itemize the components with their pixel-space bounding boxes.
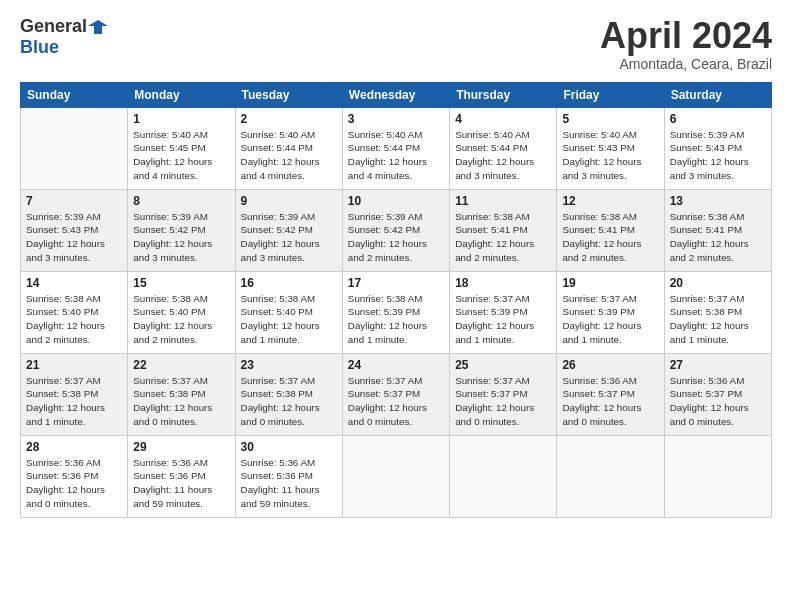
day-number: 19	[562, 276, 658, 290]
day-info: Sunrise: 5:39 AMSunset: 5:42 PMDaylight:…	[241, 210, 337, 265]
day-number: 26	[562, 358, 658, 372]
table-row: 16Sunrise: 5:38 AMSunset: 5:40 PMDayligh…	[235, 271, 342, 353]
day-number: 23	[241, 358, 337, 372]
calendar-week-row: 1Sunrise: 5:40 AMSunset: 5:45 PMDaylight…	[21, 107, 772, 189]
day-number: 30	[241, 440, 337, 454]
logo-general-text: General	[20, 16, 87, 37]
calendar-table: Sunday Monday Tuesday Wednesday Thursday…	[20, 82, 772, 518]
header-monday: Monday	[128, 82, 235, 107]
day-info: Sunrise: 5:37 AMSunset: 5:39 PMDaylight:…	[562, 292, 658, 347]
calendar-week-row: 28Sunrise: 5:36 AMSunset: 5:36 PMDayligh…	[21, 435, 772, 517]
day-info: Sunrise: 5:38 AMSunset: 5:41 PMDaylight:…	[670, 210, 766, 265]
day-info: Sunrise: 5:36 AMSunset: 5:37 PMDaylight:…	[670, 374, 766, 429]
day-number: 29	[133, 440, 229, 454]
day-info: Sunrise: 5:37 AMSunset: 5:38 PMDaylight:…	[241, 374, 337, 429]
logo: General Blue	[20, 16, 108, 58]
day-number: 4	[455, 112, 551, 126]
calendar-subtitle: Amontada, Ceara, Brazil	[600, 56, 772, 72]
calendar-title: April 2024	[600, 16, 772, 56]
day-info: Sunrise: 5:36 AMSunset: 5:36 PMDaylight:…	[133, 456, 229, 511]
day-number: 10	[348, 194, 444, 208]
table-row: 13Sunrise: 5:38 AMSunset: 5:41 PMDayligh…	[664, 189, 771, 271]
table-row: 20Sunrise: 5:37 AMSunset: 5:38 PMDayligh…	[664, 271, 771, 353]
header-sunday: Sunday	[21, 82, 128, 107]
table-row: 26Sunrise: 5:36 AMSunset: 5:37 PMDayligh…	[557, 353, 664, 435]
day-info: Sunrise: 5:40 AMSunset: 5:45 PMDaylight:…	[133, 128, 229, 183]
table-row: 7Sunrise: 5:39 AMSunset: 5:43 PMDaylight…	[21, 189, 128, 271]
header-wednesday: Wednesday	[342, 82, 449, 107]
day-info: Sunrise: 5:37 AMSunset: 5:37 PMDaylight:…	[348, 374, 444, 429]
table-row: 8Sunrise: 5:39 AMSunset: 5:42 PMDaylight…	[128, 189, 235, 271]
day-info: Sunrise: 5:40 AMSunset: 5:44 PMDaylight:…	[241, 128, 337, 183]
table-row: 22Sunrise: 5:37 AMSunset: 5:38 PMDayligh…	[128, 353, 235, 435]
day-number: 5	[562, 112, 658, 126]
day-info: Sunrise: 5:40 AMSunset: 5:43 PMDaylight:…	[562, 128, 658, 183]
day-info: Sunrise: 5:39 AMSunset: 5:42 PMDaylight:…	[348, 210, 444, 265]
day-info: Sunrise: 5:37 AMSunset: 5:38 PMDaylight:…	[670, 292, 766, 347]
table-row	[21, 107, 128, 189]
day-number: 27	[670, 358, 766, 372]
logo-blue-text: Blue	[20, 37, 59, 57]
day-number: 15	[133, 276, 229, 290]
table-row	[342, 435, 449, 517]
day-number: 28	[26, 440, 122, 454]
day-number: 12	[562, 194, 658, 208]
day-info: Sunrise: 5:36 AMSunset: 5:36 PMDaylight:…	[26, 456, 122, 511]
day-number: 14	[26, 276, 122, 290]
table-row: 2Sunrise: 5:40 AMSunset: 5:44 PMDaylight…	[235, 107, 342, 189]
day-info: Sunrise: 5:39 AMSunset: 5:43 PMDaylight:…	[26, 210, 122, 265]
day-info: Sunrise: 5:38 AMSunset: 5:40 PMDaylight:…	[241, 292, 337, 347]
table-row: 28Sunrise: 5:36 AMSunset: 5:36 PMDayligh…	[21, 435, 128, 517]
day-info: Sunrise: 5:40 AMSunset: 5:44 PMDaylight:…	[348, 128, 444, 183]
header: General Blue April 2024 Amontada, Ceara,…	[20, 16, 772, 72]
day-number: 25	[455, 358, 551, 372]
table-row: 27Sunrise: 5:36 AMSunset: 5:37 PMDayligh…	[664, 353, 771, 435]
day-info: Sunrise: 5:37 AMSunset: 5:38 PMDaylight:…	[133, 374, 229, 429]
title-block: April 2024 Amontada, Ceara, Brazil	[600, 16, 772, 72]
svg-marker-0	[88, 20, 108, 34]
table-row: 3Sunrise: 5:40 AMSunset: 5:44 PMDaylight…	[342, 107, 449, 189]
table-row	[557, 435, 664, 517]
table-row: 12Sunrise: 5:38 AMSunset: 5:41 PMDayligh…	[557, 189, 664, 271]
day-info: Sunrise: 5:40 AMSunset: 5:44 PMDaylight:…	[455, 128, 551, 183]
table-row	[450, 435, 557, 517]
table-row: 15Sunrise: 5:38 AMSunset: 5:40 PMDayligh…	[128, 271, 235, 353]
table-row: 6Sunrise: 5:39 AMSunset: 5:43 PMDaylight…	[664, 107, 771, 189]
day-info: Sunrise: 5:37 AMSunset: 5:37 PMDaylight:…	[455, 374, 551, 429]
table-row: 25Sunrise: 5:37 AMSunset: 5:37 PMDayligh…	[450, 353, 557, 435]
day-number: 16	[241, 276, 337, 290]
day-info: Sunrise: 5:37 AMSunset: 5:38 PMDaylight:…	[26, 374, 122, 429]
table-row: 17Sunrise: 5:38 AMSunset: 5:39 PMDayligh…	[342, 271, 449, 353]
day-info: Sunrise: 5:38 AMSunset: 5:39 PMDaylight:…	[348, 292, 444, 347]
day-number: 9	[241, 194, 337, 208]
day-number: 3	[348, 112, 444, 126]
day-info: Sunrise: 5:38 AMSunset: 5:40 PMDaylight:…	[133, 292, 229, 347]
table-row: 10Sunrise: 5:39 AMSunset: 5:42 PMDayligh…	[342, 189, 449, 271]
table-row: 29Sunrise: 5:36 AMSunset: 5:36 PMDayligh…	[128, 435, 235, 517]
table-row: 24Sunrise: 5:37 AMSunset: 5:37 PMDayligh…	[342, 353, 449, 435]
day-number: 18	[455, 276, 551, 290]
header-thursday: Thursday	[450, 82, 557, 107]
header-friday: Friday	[557, 82, 664, 107]
table-row	[664, 435, 771, 517]
day-number: 13	[670, 194, 766, 208]
table-row: 14Sunrise: 5:38 AMSunset: 5:40 PMDayligh…	[21, 271, 128, 353]
day-number: 2	[241, 112, 337, 126]
day-info: Sunrise: 5:39 AMSunset: 5:43 PMDaylight:…	[670, 128, 766, 183]
day-info: Sunrise: 5:38 AMSunset: 5:40 PMDaylight:…	[26, 292, 122, 347]
table-row: 19Sunrise: 5:37 AMSunset: 5:39 PMDayligh…	[557, 271, 664, 353]
logo-bird-icon	[88, 18, 108, 36]
table-row: 4Sunrise: 5:40 AMSunset: 5:44 PMDaylight…	[450, 107, 557, 189]
header-tuesday: Tuesday	[235, 82, 342, 107]
calendar-week-row: 7Sunrise: 5:39 AMSunset: 5:43 PMDaylight…	[21, 189, 772, 271]
day-number: 6	[670, 112, 766, 126]
day-info: Sunrise: 5:38 AMSunset: 5:41 PMDaylight:…	[455, 210, 551, 265]
day-number: 11	[455, 194, 551, 208]
day-number: 8	[133, 194, 229, 208]
day-info: Sunrise: 5:36 AMSunset: 5:36 PMDaylight:…	[241, 456, 337, 511]
header-saturday: Saturday	[664, 82, 771, 107]
day-info: Sunrise: 5:38 AMSunset: 5:41 PMDaylight:…	[562, 210, 658, 265]
table-row: 18Sunrise: 5:37 AMSunset: 5:39 PMDayligh…	[450, 271, 557, 353]
day-number: 17	[348, 276, 444, 290]
table-row: 30Sunrise: 5:36 AMSunset: 5:36 PMDayligh…	[235, 435, 342, 517]
